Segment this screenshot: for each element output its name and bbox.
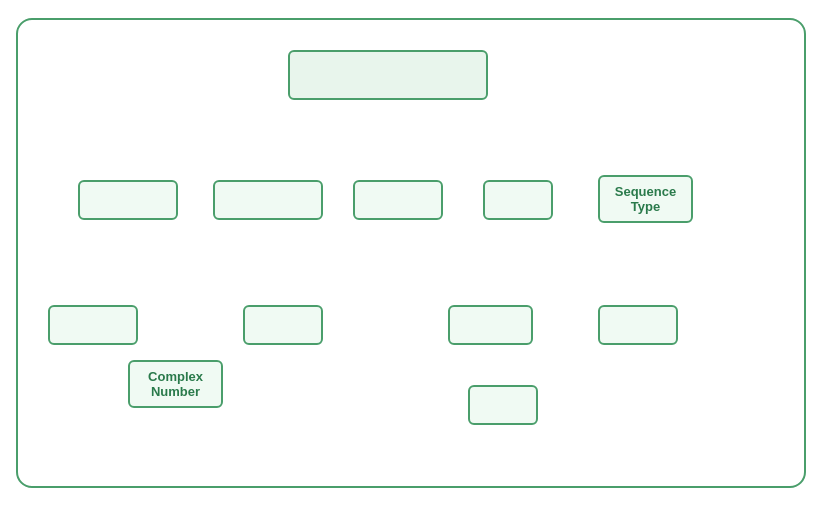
node-integer [48,305,138,345]
complex-label: ComplexNumber [148,369,203,399]
node-complex: ComplexNumber [128,360,223,408]
node-tuple [598,305,678,345]
sequence-label: SequenceType [615,184,676,214]
node-numeric [78,180,178,220]
node-boolean [353,180,443,220]
node-list [468,385,538,425]
node-set [483,180,553,220]
diagram-container: SequenceType ComplexNumber [16,18,806,488]
node-strings [448,305,533,345]
node-dictionary [213,180,323,220]
node-float [243,305,323,345]
node-root [288,50,488,100]
node-sequence: SequenceType [598,175,693,223]
